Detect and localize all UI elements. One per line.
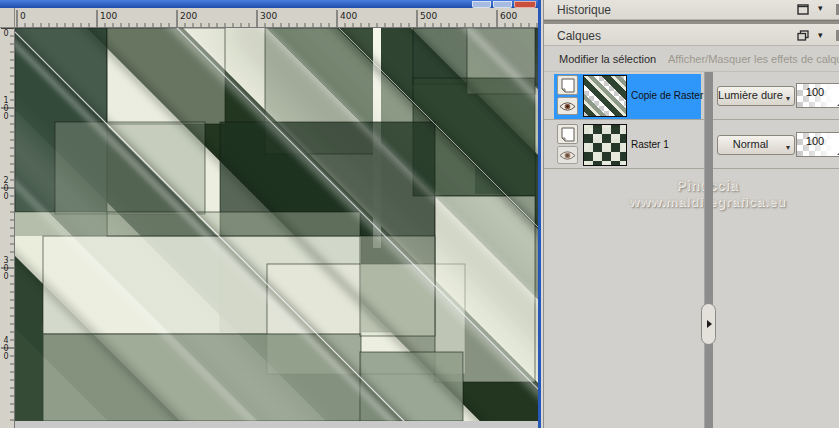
splitter-handle[interactable]: [701, 303, 716, 345]
svg-text:0: 0: [20, 11, 26, 21]
opacity-field[interactable]: 100: [796, 132, 839, 157]
layer-thumbnail[interactable]: [583, 124, 627, 166]
svg-text:500: 500: [420, 11, 437, 21]
panel-splitter[interactable]: [704, 72, 713, 428]
svg-text:0: 0: [4, 192, 9, 201]
layer-type-button[interactable]: [557, 124, 578, 144]
layers-palette-header[interactable]: Calques: [544, 24, 839, 46]
opacity-field[interactable]: 100: [796, 83, 839, 108]
history-title: Historique: [557, 3, 611, 17]
layers-title: Calques: [557, 29, 601, 43]
image-canvas[interactable]: [15, 28, 538, 428]
svg-text:0: 0: [4, 112, 9, 121]
opacity-value: 100: [797, 135, 833, 147]
horizontal-ruler: 0100200300400500600: [15, 8, 538, 28]
layer-name: Raster 1: [631, 139, 669, 150]
opacity-value: 100: [797, 86, 833, 98]
layer-type-button[interactable]: [557, 75, 578, 95]
layers-menu-caret-icon[interactable]: [818, 30, 826, 42]
blend-mode-dropdown[interactable]: Lumière dure: [717, 86, 795, 106]
layer-name: Copie de Raster 1: [631, 90, 712, 101]
image-document-window: 0100200300400500600 0100200300400: [0, 0, 541, 428]
ruler-corner: [0, 8, 15, 28]
layer-row-left: Raster 1: [554, 123, 701, 168]
minimize-button[interactable]: [472, 1, 491, 8]
history-palette-header[interactable]: Historique: [544, 0, 839, 20]
image-window-titlebar[interactable]: [0, 0, 538, 8]
layers-toolbar: Modifier la sélection Afficher/Masquer l…: [544, 46, 839, 72]
raster-layer-page-icon: [561, 78, 575, 93]
layer-visibility-button[interactable]: [557, 97, 578, 115]
blend-mode-dropdown[interactable]: Normal: [717, 135, 795, 155]
layer-row-left: Copie de Raster 1: [554, 74, 701, 119]
vertical-ruler: 0100200300400: [0, 28, 15, 428]
svg-text:100: 100: [100, 11, 117, 21]
eye-icon: [559, 150, 576, 161]
layer-row-raster-1[interactable]: Raster 1 Normal 100: [544, 123, 839, 169]
maximize-button[interactable]: [493, 1, 512, 8]
svg-text:0: 0: [4, 272, 9, 281]
raster-layer-page-icon: [561, 127, 575, 142]
watermark-line1: Pinuccia: [567, 177, 839, 193]
svg-text:400: 400: [340, 11, 357, 21]
layer-visibility-button[interactable]: [557, 146, 578, 164]
modify-selection-link[interactable]: Modifier la sélection: [559, 53, 656, 65]
window-controls: [472, 1, 536, 8]
layers-list: Copie de Raster 1 Lumière dure 100: [544, 72, 839, 428]
layer-thumbnail[interactable]: [583, 75, 627, 117]
eye-icon: [559, 101, 576, 112]
show-hide-layer-effects-link[interactable]: Afficher/Masquer les effets de calqu: [668, 53, 839, 65]
svg-text:300: 300: [260, 11, 277, 21]
svg-text:600: 600: [500, 11, 517, 21]
watermark: Pinuccia www.maldiregrafica.eu: [567, 177, 839, 210]
history-menu-caret-icon[interactable]: [818, 3, 826, 15]
palette-dock-icon[interactable]: [797, 4, 809, 15]
svg-text:0: 0: [4, 352, 9, 361]
palette-cascade-icon[interactable]: [797, 30, 809, 41]
palettes-panel: Historique Calques Modifier la sélection…: [543, 0, 839, 428]
close-button[interactable]: [514, 1, 536, 8]
svg-text:0: 0: [4, 29, 9, 38]
svg-text:200: 200: [180, 11, 197, 21]
layer-row-copie-de-raster-1[interactable]: Copie de Raster 1 Lumière dure 100: [544, 74, 839, 120]
watermark-line2: www.maldiregrafica.eu: [567, 193, 839, 210]
